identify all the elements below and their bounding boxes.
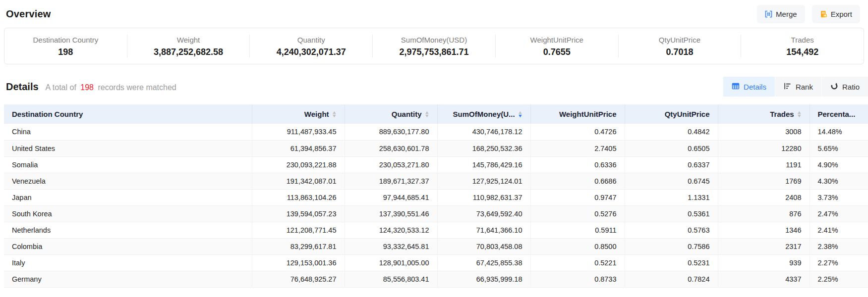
details-title: Details [6, 81, 39, 93]
row-value-cell: 191,342,087.01 [252, 173, 345, 189]
column-header[interactable]: Weight▲▼ [252, 104, 345, 124]
row-value-cell: 113,863,104.26 [252, 189, 345, 205]
row-country-cell: South Korea [4, 205, 252, 222]
page-title: Overview [6, 8, 51, 20]
row-value-cell: 127,925,124.01 [437, 173, 530, 189]
row-value-cell: 110,982,631.37 [437, 189, 530, 205]
stat-label: Trades [741, 36, 864, 44]
row-value-cell: 889,630,177.80 [345, 124, 437, 140]
match-suffix: records were matched [98, 83, 176, 92]
stat-label: Weight [127, 36, 250, 44]
row-value-cell: 0.8733 [530, 271, 625, 287]
merge-button-label: Merge [776, 10, 797, 18]
column-header-label: WeightUnitPrice [559, 110, 617, 118]
row-value-cell: 1769 [718, 173, 810, 189]
stat-value: 198 [4, 47, 127, 57]
rank-bars-icon [784, 82, 792, 92]
row-value-cell: 121,208,771.45 [252, 222, 345, 238]
row-value-cell: 0.9747 [530, 189, 625, 205]
row-value-cell: 189,671,327.37 [345, 173, 437, 189]
row-value-cell: 67,425,855.38 [437, 254, 530, 271]
export-file-icon [820, 10, 827, 18]
row-value-cell: 71,641,366.10 [437, 222, 530, 238]
sort-carets-icon[interactable]: ▲▼ [518, 111, 522, 118]
stat-cell: Destination Country198 [4, 35, 127, 57]
table-row: Somalia230,093,221.88230,053,271.80145,7… [4, 156, 868, 173]
stats-card: Destination Country198Weight3,887,252,68… [4, 28, 864, 64]
row-country-cell: Germany [4, 271, 252, 287]
merge-cells-icon [765, 10, 772, 18]
row-value-cell: 0.5231 [625, 254, 718, 271]
view-switch: Details Rank Ratio [723, 77, 868, 97]
stat-label: Destination Country [4, 36, 127, 44]
tab-details[interactable]: Details [723, 77, 775, 97]
row-value-cell: 97,944,685.41 [345, 189, 437, 205]
row-value-cell: 0.7824 [625, 271, 718, 287]
row-country-cell: United States [4, 140, 252, 156]
column-header-label: Quantity [392, 110, 422, 118]
row-value-cell: 83,299,617.81 [252, 238, 345, 254]
table-row: Japan113,863,104.2697,944,685.41110,982,… [4, 189, 868, 205]
table-row: Colombia83,299,617.8193,332,645.8170,803… [4, 238, 868, 254]
stat-value: 3,887,252,682.58 [127, 47, 250, 57]
row-country-cell: Venezuela [4, 173, 252, 189]
sort-carets-icon[interactable]: ▲▼ [425, 111, 429, 118]
row-value-cell: 0.5361 [625, 205, 718, 222]
stat-value: 2,975,753,861.71 [373, 47, 495, 57]
export-button[interactable]: Export [812, 5, 860, 23]
stat-label: Quantity [250, 36, 372, 44]
row-value-cell: 76,648,925.27 [252, 271, 345, 287]
column-header-label: SumOfMoney(U... [453, 110, 515, 118]
row-value-cell: 2.25% [810, 271, 868, 287]
export-button-label: Export [831, 10, 852, 18]
row-value-cell: 0.8500 [530, 238, 625, 254]
details-table-wrap: Destination CountryWeight▲▼Quantity▲▼Sum… [4, 104, 868, 288]
column-header: Destination Country [4, 104, 252, 124]
tab-details-label: Details [744, 83, 766, 91]
column-header-label: Destination Country [12, 110, 83, 118]
tab-rank-label: Rank [796, 83, 813, 91]
sort-carets-icon[interactable]: ▲▼ [332, 111, 337, 118]
stat-cell: SumOfMoney(USD)2,975,753,861.71 [372, 35, 495, 57]
match-prefix: A total of [46, 83, 76, 92]
sort-desc-icon: ▼ [424, 114, 430, 118]
stat-label: SumOfMoney(USD) [373, 36, 495, 44]
tab-rank[interactable]: Rank [775, 77, 821, 97]
column-header-label: Percenta... [818, 110, 856, 118]
row-value-cell: 4.30% [810, 173, 868, 189]
row-value-cell: 2317 [718, 238, 810, 254]
column-header[interactable]: Trades▲▼ [718, 104, 810, 124]
row-value-cell: 230,053,271.80 [345, 156, 437, 173]
row-country-cell: Netherlands [4, 222, 252, 238]
row-value-cell: 0.5276 [530, 205, 625, 222]
row-value-cell: 0.6686 [530, 173, 625, 189]
details-bar: Details A total of 198 records were matc… [6, 77, 868, 97]
column-header: QtyUnitPrice [625, 104, 718, 124]
stat-cell: Quantity4,240,302,071.37 [249, 35, 372, 57]
table-row: China911,487,933.45889,630,177.80430,746… [4, 124, 868, 140]
row-value-cell: 939 [718, 254, 810, 271]
stat-value: 0.7018 [619, 47, 741, 57]
row-value-cell: 128,901,005.00 [345, 254, 437, 271]
row-value-cell: 0.5221 [530, 254, 625, 271]
column-header[interactable]: SumOfMoney(U...▲▼ [437, 104, 530, 124]
merge-button[interactable]: Merge [757, 5, 805, 23]
sort-desc-icon: ▼ [518, 114, 523, 118]
column-header-label: QtyUnitPrice [665, 110, 710, 118]
row-value-cell: 85,556,803.41 [345, 271, 437, 287]
tab-ratio[interactable]: Ratio [821, 77, 868, 97]
table-body: China911,487,933.45889,630,177.80430,746… [4, 124, 868, 287]
row-value-cell: 1346 [718, 222, 810, 238]
row-country-cell: Colombia [4, 238, 252, 254]
topbar-actions: Merge Export [757, 5, 860, 23]
sort-carets-icon[interactable]: ▲▼ [797, 111, 802, 118]
row-value-cell: 0.5911 [530, 222, 625, 238]
details-table: Destination CountryWeight▲▼Quantity▲▼Sum… [4, 104, 868, 288]
row-value-cell: 258,630,601.78 [345, 140, 437, 156]
row-value-cell: 0.5763 [625, 222, 718, 238]
row-value-cell: 0.6505 [625, 140, 718, 156]
row-value-cell: 145,786,429.16 [437, 156, 530, 173]
table-row: Italy129,153,001.36128,901,005.0067,425,… [4, 254, 868, 271]
row-value-cell: 139,594,057.23 [252, 205, 345, 222]
column-header[interactable]: Quantity▲▼ [345, 104, 437, 124]
